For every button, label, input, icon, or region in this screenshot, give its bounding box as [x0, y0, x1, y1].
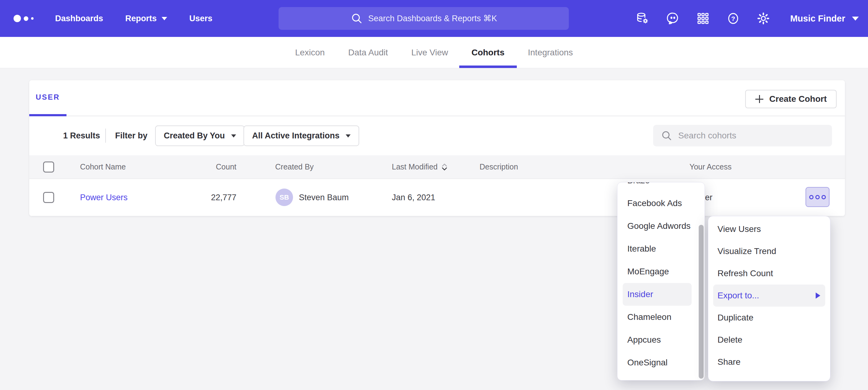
- ellipsis-icon: [815, 195, 820, 199]
- create-cohort-button[interactable]: Create Cohort: [745, 90, 837, 108]
- ellipsis-icon: [822, 195, 826, 199]
- menu-item-google-adwords[interactable]: Google Adwords: [623, 215, 692, 237]
- menu-item-delete[interactable]: Delete: [713, 329, 825, 351]
- menu-item-insider[interactable]: Insider: [623, 283, 692, 306]
- chevron-down-icon: [162, 17, 167, 20]
- column-cohort-name: Cohort Name: [80, 155, 126, 178]
- menu-item-onesignal[interactable]: OneSignal: [623, 351, 692, 374]
- plus-icon: [755, 95, 764, 103]
- export-destinations-menu: Braze Facebook Ads Google Adwords Iterab…: [617, 182, 705, 381]
- row-context-menu: View Users Visualize Trend Refresh Count…: [708, 216, 831, 381]
- column-your-access: Your Access: [689, 155, 732, 178]
- tab-live-view[interactable]: Live View: [411, 37, 448, 68]
- nav-dashboards[interactable]: Dashboards: [55, 14, 103, 23]
- filter-toolbar: 1 Results Filter by Created By You All A…: [29, 116, 845, 155]
- cohort-name-link[interactable]: Power Users: [80, 193, 128, 202]
- mixpanel-logo-icon[interactable]: [13, 15, 34, 22]
- row-more-actions-button[interactable]: [806, 187, 830, 207]
- nav-users[interactable]: Users: [189, 14, 212, 23]
- scrollbar-thumb[interactable]: [699, 225, 704, 379]
- column-last-modified[interactable]: Last Modified: [392, 155, 448, 178]
- chevron-down-icon: [346, 134, 350, 137]
- search-icon: [660, 129, 673, 142]
- nav-reports[interactable]: Reports: [125, 14, 167, 23]
- primary-nav: Dashboards Reports Users: [55, 14, 212, 23]
- cohort-search-box[interactable]: [653, 125, 832, 147]
- section-tabbar: Lexicon Data Audit Live View Cohorts Int…: [0, 37, 868, 68]
- tab-integrations[interactable]: Integrations: [528, 37, 573, 68]
- chevron-down-icon: [231, 134, 236, 137]
- menu-item-export-to[interactable]: Export to...: [713, 285, 825, 307]
- filter-by-label: Filter by: [115, 116, 148, 155]
- tab-user-cohorts[interactable]: USER: [29, 80, 66, 116]
- tab-data-audit[interactable]: Data Audit: [348, 37, 388, 68]
- global-search-placeholder: Search Dashboards & Reports ⌘K: [368, 13, 497, 23]
- submenu-arrow-icon: [816, 292, 820, 299]
- search-icon: [350, 12, 363, 25]
- project-name: Music Finder: [790, 13, 845, 24]
- column-created-by: Created By: [275, 155, 314, 178]
- navbar-actions: ? Music Finder: [636, 0, 859, 37]
- top-navbar: Dashboards Reports Users Search Dashboar…: [0, 0, 868, 37]
- menu-item-refresh-count[interactable]: Refresh Count: [713, 262, 825, 285]
- ellipsis-icon: [809, 195, 813, 199]
- table-row: Power Users 22,777 SB Steven Baum Jan 6,…: [29, 179, 845, 216]
- menu-item-duplicate[interactable]: Duplicate: [713, 307, 825, 329]
- tab-lexicon[interactable]: Lexicon: [295, 37, 325, 68]
- table-header: Cohort Name Count Created By Last Modifi…: [29, 155, 845, 179]
- menu-item-share[interactable]: Share: [713, 351, 825, 373]
- results-count: 1 Results: [63, 116, 100, 155]
- menu-item-moengage[interactable]: MoEngage: [623, 260, 692, 283]
- menu-item-visualize-trend[interactable]: Visualize Trend: [713, 240, 825, 262]
- menu-item-braze[interactable]: Braze: [623, 182, 692, 192]
- data-management-icon[interactable]: [636, 11, 650, 26]
- cohorts-card: USER Create Cohort 1 Results Filter by C…: [29, 80, 845, 216]
- cohorts-page: Dashboards Reports Users Search Dashboar…: [0, 0, 868, 390]
- column-description: Description: [479, 155, 518, 178]
- created-by-filter-dropdown[interactable]: Created By You: [155, 126, 245, 146]
- created-by-name: Steven Baum: [299, 179, 349, 216]
- row-checkbox[interactable]: [43, 192, 54, 203]
- chevron-down-icon: [852, 17, 859, 21]
- settings-gear-icon[interactable]: [756, 11, 770, 26]
- last-modified-date: Jan 6, 2021: [392, 179, 435, 216]
- apps-grid-icon[interactable]: [696, 11, 710, 26]
- feedback-icon[interactable]: [666, 11, 680, 26]
- cohort-count: 22,777: [168, 179, 237, 216]
- avatar: SB: [276, 189, 293, 206]
- menu-item-iterable[interactable]: Iterable: [623, 237, 692, 260]
- cohort-search-input[interactable]: [678, 131, 825, 140]
- global-search-input[interactable]: Search Dashboards & Reports ⌘K: [279, 7, 569, 30]
- select-all-checkbox[interactable]: [43, 161, 54, 172]
- menu-item-view-users[interactable]: View Users: [713, 218, 825, 240]
- cohort-type-tabs: USER Create Cohort: [29, 80, 845, 116]
- sort-icon[interactable]: [441, 162, 448, 172]
- project-switcher[interactable]: Music Finder: [790, 13, 859, 24]
- svg-text:?: ?: [731, 15, 735, 22]
- divider: [105, 129, 106, 143]
- menu-item-chameleon[interactable]: Chameleon: [623, 306, 692, 328]
- tab-cohorts[interactable]: Cohorts: [471, 37, 504, 68]
- menu-item-appcues[interactable]: Appcues: [623, 328, 692, 351]
- export-destinations-list: Braze Facebook Ads Google Adwords Iterab…: [617, 182, 705, 374]
- integrations-filter-dropdown[interactable]: All Active Integrations: [244, 126, 359, 146]
- menu-item-facebook-ads[interactable]: Facebook Ads: [623, 192, 692, 215]
- column-count: Count: [168, 155, 237, 178]
- help-icon[interactable]: ?: [726, 11, 740, 26]
